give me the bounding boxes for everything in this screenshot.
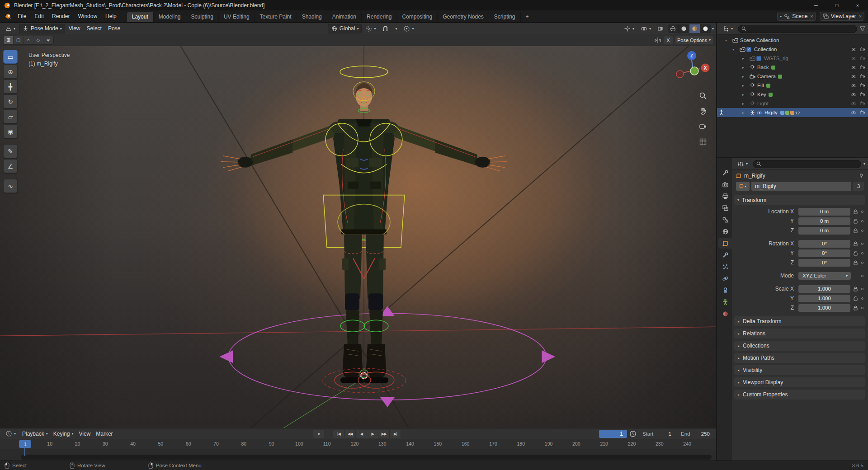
- disable-render-camera-icon[interactable]: [860, 101, 866, 106]
- menubar-item[interactable]: Render: [48, 12, 74, 20]
- modifiers-tab[interactable]: [718, 249, 732, 260]
- menubar-item[interactable]: Edit: [30, 12, 48, 20]
- outliner-row[interactable]: ▸ Light: [717, 99, 868, 108]
- workspace-tab[interactable]: Layout: [127, 12, 154, 22]
- animate-dot[interactable]: [860, 262, 865, 264]
- timeline-editor-type-button[interactable]: ▾: [3, 429, 19, 438]
- viewport-menu-item[interactable]: View: [66, 24, 83, 33]
- hide-viewport-eye-icon[interactable]: [850, 47, 857, 52]
- navigation-gizmo[interactable]: Z X: [672, 49, 712, 89]
- viewlayer-selector[interactable]: ViewLayer ×: [820, 12, 864, 21]
- disclosure-arrow[interactable]: ▸: [742, 84, 748, 88]
- timeline-body[interactable]: 1102030405060708090100110120130140150160…: [0, 439, 716, 461]
- animate-dot[interactable]: [860, 288, 865, 290]
- select-mode-tweak[interactable]: ⊞: [4, 36, 14, 44]
- panel-section-header[interactable]: ▸ Motion Paths: [734, 353, 865, 363]
- animate-dot[interactable]: [860, 230, 865, 232]
- scene-selector[interactable]: ▾ Scene ×: [777, 12, 816, 21]
- hide-viewport-eye-icon[interactable]: [850, 75, 857, 79]
- disclosure-arrow[interactable]: ▾: [725, 38, 731, 42]
- minimize-button[interactable]: ─: [806, 0, 826, 10]
- lock-icon[interactable]: [852, 241, 859, 246]
- shading-rendered-button[interactable]: [700, 24, 711, 33]
- users-count-badge[interactable]: 3: [853, 182, 864, 191]
- particles-tab[interactable]: [718, 261, 732, 272]
- transform-panel-header[interactable]: ▾ Transform: [734, 195, 865, 205]
- rotate-tool[interactable]: ↻: [3, 94, 18, 108]
- cursor-tool[interactable]: ⊕: [3, 65, 18, 79]
- disclosure-arrow[interactable]: ▸: [742, 93, 748, 97]
- timeline-menu-item[interactable]: Keying▾: [51, 430, 76, 438]
- render-tab[interactable]: [718, 179, 732, 190]
- value-field[interactable]: 1.000: [798, 304, 850, 312]
- panel-section-header[interactable]: ▸ Delta Transform: [734, 316, 865, 326]
- shading-wireframe-button[interactable]: [668, 24, 679, 33]
- frame-start-field[interactable]: Start 1: [639, 430, 675, 438]
- value-field[interactable]: 0°: [798, 249, 850, 257]
- toggle-ortho-button[interactable]: [698, 136, 708, 147]
- select-mode-lasso[interactable]: ◇: [33, 36, 43, 44]
- annotate-tool[interactable]: ✎: [3, 144, 18, 158]
- workspace-tab[interactable]: Sculpting: [186, 12, 219, 22]
- editor-type-button[interactable]: ▾: [2, 24, 18, 33]
- workspace-tab[interactable]: Animation: [327, 12, 362, 22]
- viewport-menu-item[interactable]: Pose: [105, 24, 123, 33]
- camera-view-button[interactable]: [698, 121, 708, 132]
- value-field[interactable]: 0 m: [798, 217, 850, 225]
- timeline-ruler[interactable]: 1102030405060708090100110120130140150160…: [0, 439, 716, 449]
- disable-render-camera-icon[interactable]: [860, 110, 866, 115]
- pose-breakdowner-tool[interactable]: ∿: [3, 179, 18, 193]
- show-gizmo-dropdown[interactable]: ▾: [621, 24, 637, 33]
- blender-menu-icon[interactable]: [4, 13, 12, 20]
- outliner-row[interactable]: ▸ Fill: [717, 81, 868, 90]
- properties-filter-dropdown[interactable]: ▾: [863, 162, 865, 166]
- scale-tool[interactable]: ▱: [3, 109, 18, 123]
- lock-icon[interactable]: [852, 219, 859, 224]
- pan-hand-button[interactable]: [698, 106, 708, 117]
- jump-to-start-button[interactable]: |◀: [333, 430, 344, 438]
- viewlayer-unlink-icon[interactable]: ×: [858, 14, 862, 19]
- outliner-row[interactable]: ▸ Back: [717, 63, 868, 72]
- timeline-scrollbar[interactable]: [21, 455, 712, 460]
- properties-search-input[interactable]: [753, 160, 861, 168]
- select-mode-box[interactable]: ▢: [14, 36, 24, 44]
- value-field[interactable]: 0 m: [798, 227, 850, 235]
- value-field[interactable]: 0°: [798, 240, 850, 248]
- material-tab[interactable]: [718, 308, 732, 319]
- panel-section-header[interactable]: ▸ Relations: [734, 329, 865, 338]
- timeline-menu-item[interactable]: Playback▾: [19, 430, 51, 438]
- shading-solid-button[interactable]: [679, 24, 689, 33]
- disable-render-camera-icon[interactable]: [860, 83, 866, 88]
- use-preview-range-icon[interactable]: [629, 430, 637, 437]
- workspace-tab[interactable]: Scripting: [489, 12, 521, 22]
- world-tab[interactable]: [718, 226, 732, 237]
- select-mode-circle[interactable]: ○: [24, 36, 33, 44]
- constraints-tab[interactable]: [718, 285, 732, 296]
- object-data-tab[interactable]: [718, 296, 732, 307]
- shading-dropdown[interactable]: ▾: [712, 27, 714, 31]
- transform-orientation-dropdown[interactable]: Global ▾: [328, 24, 362, 33]
- close-button[interactable]: ×: [847, 0, 868, 10]
- animate-dot[interactable]: [860, 297, 865, 300]
- panel-section-header[interactable]: ▸ Viewport Display: [734, 377, 865, 387]
- tool-tab[interactable]: [718, 167, 732, 178]
- lock-icon[interactable]: [852, 228, 859, 233]
- xray-toggle[interactable]: [655, 24, 667, 33]
- panel-section-header[interactable]: ▸ Custom Properties: [734, 390, 865, 400]
- hide-viewport-eye-icon[interactable]: [850, 111, 857, 115]
- move-tool[interactable]: ╋: [3, 80, 18, 94]
- measure-tool[interactable]: ∠: [3, 159, 18, 173]
- animate-dot[interactable]: [860, 307, 865, 309]
- disable-render-camera-icon[interactable]: [860, 65, 866, 70]
- outliner-search-input[interactable]: [738, 25, 857, 33]
- menubar-item[interactable]: Help: [101, 12, 121, 20]
- lock-icon[interactable]: [852, 287, 859, 291]
- mirror-x-toggle[interactable]: X: [664, 36, 673, 44]
- disclosure-arrow[interactable]: ▸: [742, 66, 748, 70]
- disable-render-camera-icon[interactable]: [860, 47, 866, 52]
- frame-end-field[interactable]: End 250: [677, 430, 713, 438]
- lock-icon[interactable]: [852, 296, 859, 301]
- play-reverse-button[interactable]: ◀: [356, 430, 367, 438]
- snap-toggle[interactable]: [379, 24, 392, 33]
- scene-unlink-icon[interactable]: ×: [809, 14, 813, 19]
